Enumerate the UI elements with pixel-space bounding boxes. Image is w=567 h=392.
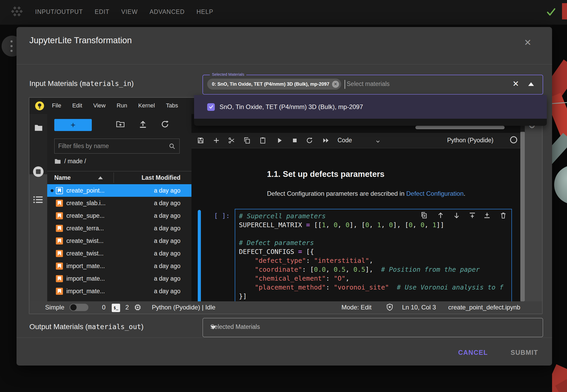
new-folder-icon[interactable] — [116, 120, 125, 129]
code-line: }] — [239, 292, 512, 301]
molecule-bond-red-corner — [562, 3, 567, 19]
defect-configuration-link[interactable]: Defect Configuration — [406, 190, 464, 197]
kernels-icon[interactable] — [134, 303, 142, 311]
add-cell-icon[interactable] — [213, 137, 220, 144]
collapse-icon[interactable] — [528, 82, 534, 86]
move-down-icon[interactable] — [453, 211, 461, 219]
refresh-icon[interactable] — [161, 120, 169, 129]
code-line — [239, 230, 512, 238]
menu-help[interactable]: HELP — [196, 8, 213, 15]
file-row[interactable]: create_supe... a day ago — [47, 209, 191, 222]
notebook-file-icon — [56, 187, 63, 194]
clear-icon[interactable]: ✕ — [512, 79, 519, 88]
cursor-position[interactable]: Ln 10, Col 3 — [402, 304, 436, 311]
menu-view[interactable]: VIEW — [121, 8, 138, 15]
column-name[interactable]: Name — [54, 174, 71, 181]
output-materials-select[interactable]: Selected Materials — [202, 318, 543, 337]
list-icon[interactable] — [33, 195, 43, 204]
selected-materials-combobox[interactable]: Selected Materials 0: SnO, Tin Oxide, TE… — [202, 75, 543, 95]
jupyterlite-transformation-dialog: JupyterLite Transformation ✕ Input Mater… — [17, 27, 552, 366]
kernel-name[interactable]: Python (Pyodide) — [447, 137, 493, 144]
menu-edit[interactable]: EDIT — [95, 8, 109, 15]
file-row[interactable]: create_point... a day ago — [47, 184, 191, 197]
notebook-file-icon — [56, 237, 63, 244]
submit-button[interactable]: SUBMIT — [511, 349, 538, 356]
new-launcher-button[interactable]: + — [54, 119, 92, 131]
chevron-down-icon[interactable] — [375, 139, 381, 144]
vertical-scrollbar[interactable] — [520, 132, 525, 301]
select-materials-placeholder[interactable]: Select materials — [347, 80, 390, 88]
jmenu-tabs[interactable]: Tabs — [166, 102, 178, 109]
filter-files-input[interactable]: Filter files by name — [54, 139, 180, 154]
file-row[interactable]: import_mate... a day ago — [47, 285, 191, 297]
copy-icon[interactable] — [243, 137, 251, 144]
shield-x-icon[interactable] — [386, 303, 394, 312]
file-modified: a day ago — [154, 250, 180, 257]
code-line: SUPERCELL_MATRIX = [[1, 0, 0], [0, 1, 0]… — [239, 221, 512, 230]
cell-type-select[interactable]: Code — [338, 137, 352, 144]
close-icon[interactable]: ✕ — [524, 38, 532, 47]
menu-input-output[interactable]: INPUT/OUTPUT — [35, 8, 83, 15]
file-row[interactable]: create_twist... a day ago — [47, 235, 191, 247]
divider — [17, 337, 552, 338]
file-row[interactable]: create_terra... a day ago — [47, 222, 191, 235]
stop-icon[interactable] — [291, 137, 298, 144]
jmenu-kernel[interactable]: Kernel — [138, 102, 155, 109]
cut-icon[interactable] — [228, 137, 235, 144]
file-name: create_twist... — [66, 237, 154, 244]
restart-icon[interactable] — [306, 137, 313, 144]
jupyter-activity-bar — [29, 114, 47, 301]
notebook-paragraph: Defect Configuration parameters are desc… — [267, 190, 465, 197]
file-row[interactable]: import_mate... a day ago — [47, 260, 191, 272]
terminal-icon[interactable]: $_ — [112, 304, 120, 312]
insert-below-icon[interactable] — [483, 211, 491, 219]
tab-scrollbar[interactable] — [415, 126, 505, 129]
file-name: create_slab.i... — [66, 200, 154, 207]
move-up-icon[interactable] — [437, 211, 445, 219]
breadcrumb[interactable]: / made / — [54, 158, 86, 165]
jupyterlite-frame: File Edit View Run Kernel Tabs — [29, 97, 543, 314]
file-row[interactable]: create_twist... a day ago — [47, 247, 191, 260]
menu-advanced[interactable]: ADVANCED — [149, 8, 185, 15]
upload-icon[interactable] — [138, 120, 147, 129]
kernel-status-text[interactable]: Python (Pyodide) | Idle — [152, 304, 215, 311]
file-modified: a day ago — [154, 187, 180, 194]
jmenu-file[interactable]: File — [52, 102, 61, 109]
app-logo[interactable] — [10, 6, 25, 18]
output-materials-value: Selected Materials — [210, 323, 260, 330]
save-icon[interactable] — [197, 137, 204, 144]
folder-icon[interactable] — [34, 124, 43, 132]
active-cell-indicator[interactable] — [198, 210, 201, 303]
text-caret — [345, 80, 345, 89]
running-kernels-icon[interactable] — [33, 166, 44, 177]
jmenu-view[interactable]: View — [93, 102, 105, 109]
file-name: import_mate... — [66, 275, 154, 282]
notebook-file-icon — [56, 250, 63, 257]
material-option-label: SnO, Tin Oxide, TET (P4/nmm) 3D (Bulk), … — [220, 103, 363, 111]
jmenu-edit[interactable]: Edit — [72, 102, 82, 109]
run-icon[interactable] — [276, 137, 283, 144]
molecule-atom-gray — [554, 165, 567, 204]
run-all-icon[interactable] — [322, 137, 329, 144]
column-last-modified[interactable]: Last Modified — [142, 174, 180, 181]
cancel-button[interactable]: CANCEL — [458, 349, 488, 356]
material-chip[interactable]: 0: SnO, Tin Oxide, TET (P4/nmm) 3D (Bulk… — [207, 79, 341, 90]
jmenu-run[interactable]: Run — [117, 102, 127, 109]
file-name: create_point... — [66, 187, 154, 194]
file-name: create_supe... — [66, 212, 154, 219]
material-option[interactable]: SnO, Tin Oxide, TET (P4/nmm) 3D (Bulk), … — [194, 95, 547, 119]
file-row[interactable]: import_mate... a day ago — [47, 272, 191, 285]
checkbox-checked-icon[interactable] — [207, 103, 215, 111]
delete-cell-icon[interactable] — [499, 211, 507, 219]
simple-toggle[interactable] — [69, 304, 88, 311]
code-cell-editor[interactable]: # Supercell parametersSUPERCELL_MATRIX =… — [235, 209, 512, 303]
kernel-status-icon[interactable] — [510, 136, 517, 143]
check-icon[interactable] — [546, 7, 557, 17]
file-row[interactable]: create_slab.i... a day ago — [47, 197, 191, 209]
chip-remove-icon[interactable]: ✕ — [332, 81, 339, 88]
insert-above-icon[interactable] — [468, 211, 476, 219]
sort-asc-icon[interactable] — [98, 176, 103, 179]
paste-icon[interactable] — [259, 137, 266, 144]
file-modified: a day ago — [154, 263, 180, 270]
duplicate-cell-icon[interactable] — [420, 211, 428, 219]
